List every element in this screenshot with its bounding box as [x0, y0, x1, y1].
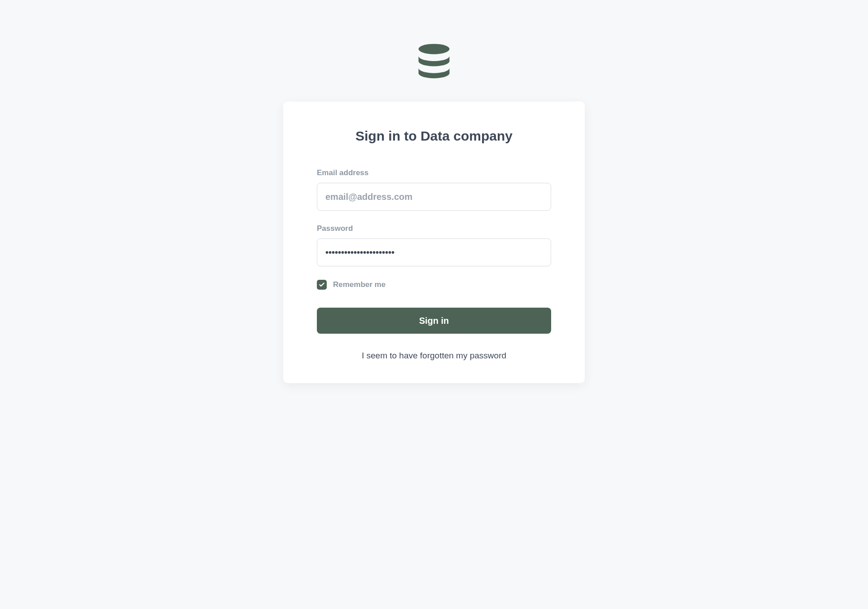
database-icon	[413, 40, 455, 82]
svg-point-0	[419, 44, 450, 54]
remember-me-row: Remember me	[317, 280, 551, 290]
password-label: Password	[317, 224, 551, 233]
checkmark-icon	[319, 282, 325, 288]
password-field-group: Password	[317, 224, 551, 266]
forgot-password-link[interactable]: I seem to have forgotten my password	[317, 351, 551, 361]
email-field-group: Email address	[317, 168, 551, 211]
sign-in-button[interactable]: Sign in	[317, 308, 551, 334]
brand-logo	[413, 40, 455, 84]
remember-me-checkbox[interactable]	[317, 280, 327, 290]
password-input[interactable]	[317, 238, 551, 266]
remember-me-label[interactable]: Remember me	[333, 280, 386, 289]
email-input[interactable]	[317, 183, 551, 211]
login-card: Sign in to Data company Email address Pa…	[283, 102, 585, 383]
login-page: Sign in to Data company Email address Pa…	[0, 0, 868, 383]
login-title: Sign in to Data company	[317, 128, 551, 144]
email-label: Email address	[317, 168, 551, 177]
